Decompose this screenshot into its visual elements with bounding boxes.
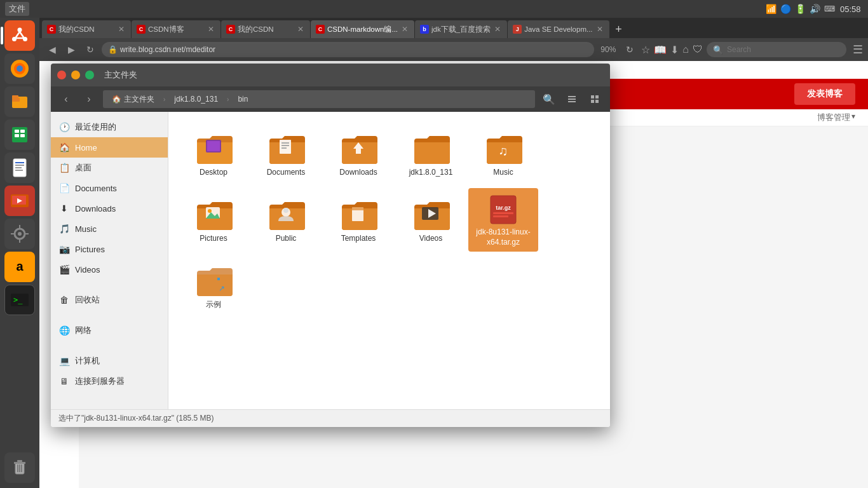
- dock-ubuntu[interactable]: [4, 20, 35, 51]
- nav-bar: ◀ ▶ ↻ 🔒 write.blog.csdn.net/mdeditor 90%…: [39, 38, 868, 61]
- svg-rect-8: [12, 98, 20, 102]
- home-sidebar-icon: 🏠: [58, 142, 70, 152]
- tab-markdown[interactable]: C CSDN-markdown编... ✕: [311, 20, 414, 38]
- reader-mode-icon[interactable]: 📖: [654, 44, 667, 56]
- fm-forward-button[interactable]: ›: [80, 90, 98, 108]
- menu-icon[interactable]: ☰: [853, 43, 863, 57]
- file-item-jdk-tarball[interactable]: tar.gz jdk-8u131-linux-x64.tar.gz: [468, 188, 538, 252]
- file-item-public[interactable]: Public: [251, 188, 321, 252]
- file-item-downloads[interactable]: Downloads: [323, 122, 393, 186]
- dock-calc[interactable]: [4, 119, 35, 150]
- fm-minimize-button[interactable]: [71, 71, 80, 79]
- fm-bc-jdk-label: jdk1.8.0_131: [174, 95, 218, 104]
- svg-rect-41: [591, 95, 594, 98]
- sidebar-separator-2: [51, 310, 168, 320]
- sidebar-item-downloads[interactable]: ⬇ Downloads: [51, 198, 168, 219]
- tab-favicon-1: C: [47, 25, 56, 34]
- fm-main-area: Desktop Documents: [168, 112, 610, 409]
- taskbar-menu-label[interactable]: 文件: [5, 2, 29, 16]
- fm-search-button[interactable]: 🔍: [540, 90, 558, 108]
- dock-tools[interactable]: [4, 219, 35, 249]
- bookmark-star-icon[interactable]: ☆: [641, 44, 650, 56]
- file-manager-window: 主文件夹 ‹ › 🏠 主文件夹 › jdk1.8.0_131 › bin 🔍: [51, 64, 610, 427]
- tab-favicon-5: b: [420, 25, 429, 34]
- fm-maximize-button[interactable]: [85, 71, 94, 79]
- dock-files[interactable]: [4, 86, 35, 117]
- fm-breadcrumb-home[interactable]: 🏠 主文件夹: [103, 90, 163, 108]
- tab-jdk-search[interactable]: b jdk下载_百度搜索 ✕: [415, 20, 507, 38]
- shield-icon[interactable]: 🛡: [693, 44, 703, 55]
- tab-java-se[interactable]: J Java SE Developm... ✕: [508, 20, 609, 38]
- file-item-videos[interactable]: Videos: [396, 188, 466, 252]
- blog-manage-label[interactable]: 博客管理: [817, 112, 850, 123]
- file-item-desktop[interactable]: Desktop: [179, 122, 248, 186]
- new-tab-button[interactable]: +: [610, 20, 628, 38]
- svg-rect-34: [17, 460, 22, 462]
- documents-folder-label: Documents: [267, 168, 306, 178]
- refresh-button[interactable]: ↻: [622, 42, 637, 57]
- file-item-example[interactable]: ↗ 示例: [179, 254, 248, 318]
- dock-impress[interactable]: [4, 186, 35, 216]
- download-icon[interactable]: ⬇: [670, 44, 679, 56]
- svg-rect-16: [15, 162, 24, 163]
- wifi-icon[interactable]: 📶: [766, 4, 776, 14]
- url-bar[interactable]: 🔒 write.blog.csdn.net/mdeditor: [102, 42, 594, 57]
- tab-close-1[interactable]: ✕: [117, 25, 126, 34]
- fm-breadcrumb-bin[interactable]: bin: [229, 90, 257, 108]
- fm-back-button[interactable]: ‹: [57, 90, 75, 108]
- tab-close-3[interactable]: ✕: [296, 25, 305, 34]
- sidebar-item-computer[interactable]: 💻 计算机: [51, 351, 168, 371]
- reload-button[interactable]: ↻: [83, 42, 98, 57]
- back-button[interactable]: ◀: [44, 42, 60, 57]
- tab-close-5[interactable]: ✕: [493, 25, 502, 34]
- sidebar-item-home[interactable]: 🏠 Home: [51, 137, 168, 158]
- fm-breadcrumb-jdk[interactable]: jdk1.8.0_131: [165, 90, 227, 108]
- sidebar-item-network[interactable]: 🌐 网络: [51, 320, 168, 341]
- battery-icon[interactable]: 🔋: [795, 4, 806, 14]
- file-item-documents[interactable]: Documents: [251, 122, 321, 186]
- keyboard-icon[interactable]: ⌨: [824, 4, 835, 13]
- sidebar-item-server[interactable]: 🖥 连接到服务器: [51, 371, 168, 391]
- tab-mycsdn1[interactable]: C 我的CSDN ✕: [42, 20, 131, 38]
- sidebar-item-music[interactable]: 🎵 Music: [51, 219, 168, 239]
- home-icon[interactable]: ⌂: [682, 44, 689, 55]
- tab-mycsdn2[interactable]: C 我的CSDN ✕: [221, 20, 310, 38]
- fm-grid-view-button[interactable]: [586, 90, 604, 108]
- volume-icon[interactable]: 🔊: [810, 4, 820, 14]
- file-item-templates[interactable]: Templates: [323, 188, 393, 252]
- sidebar-item-network-label: 网络: [75, 325, 92, 336]
- dock-terminal[interactable]: >_: [4, 285, 35, 315]
- tarball-file-icon: tar.gz: [483, 192, 524, 225]
- sidebar-item-videos-label: Videos: [75, 265, 100, 274]
- search-bar[interactable]: 🔍: [707, 42, 846, 57]
- bluetooth-icon[interactable]: 🔵: [780, 4, 791, 14]
- tab-close-2[interactable]: ✕: [207, 25, 215, 34]
- sidebar-item-recent[interactable]: 🕐 最近使用的: [51, 117, 168, 137]
- forward-button[interactable]: ▶: [64, 42, 79, 57]
- fm-body: 🕐 最近使用的 🏠 Home 📋 桌面 📄 Documents ⬇ Downlo…: [51, 112, 610, 409]
- fm-close-button[interactable]: [57, 71, 66, 79]
- sidebar-item-videos[interactable]: 🎬 Videos: [51, 259, 168, 280]
- file-item-jdk[interactable]: jdk1.8.0_131: [396, 122, 466, 186]
- dock-trash[interactable]: [4, 452, 35, 483]
- search-input[interactable]: [727, 45, 840, 54]
- fm-list-view-button[interactable]: [563, 90, 581, 108]
- tab-close-4[interactable]: ✕: [400, 25, 409, 34]
- sidebar-item-trash[interactable]: 🗑 回收站: [51, 290, 168, 310]
- sidebar-item-desktop[interactable]: 📋 桌面: [51, 158, 168, 178]
- sidebar-item-pictures[interactable]: 📷 Pictures: [51, 239, 168, 259]
- dock-firefox[interactable]: [4, 53, 35, 84]
- recent-icon: 🕐: [58, 122, 70, 132]
- sidebar-item-documents[interactable]: 📄 Documents: [51, 178, 168, 198]
- file-item-music[interactable]: ♫ Music: [468, 122, 538, 186]
- sidebar-separator-1: [51, 280, 168, 290]
- tab-favicon-4: C: [316, 25, 325, 34]
- svg-text:>_: >_: [13, 295, 23, 304]
- dock-amazon[interactable]: a: [4, 252, 35, 282]
- tab-close-6[interactable]: ✕: [595, 25, 604, 34]
- post-blog-button[interactable]: 发表博客: [794, 83, 855, 105]
- file-item-pictures[interactable]: Pictures: [179, 188, 248, 252]
- dock-writer[interactable]: [4, 152, 35, 183]
- tab-csdn-blog[interactable]: C CSDN博客 ✕: [132, 20, 220, 38]
- public-folder-icon: [266, 196, 306, 231]
